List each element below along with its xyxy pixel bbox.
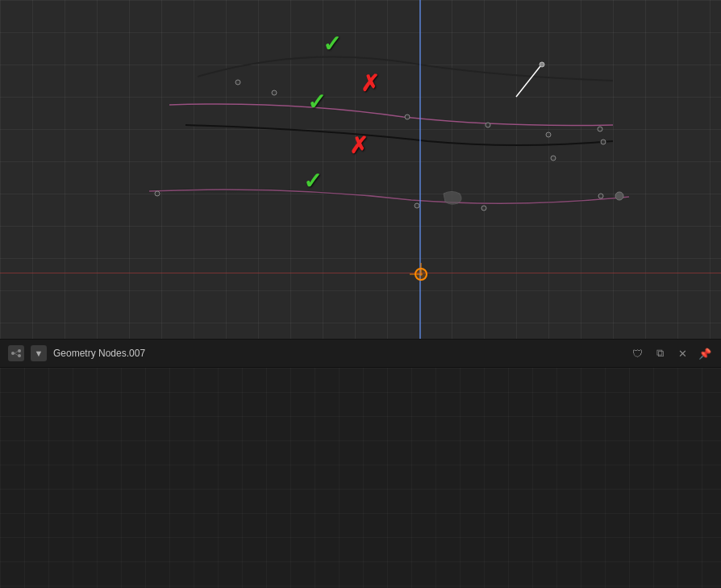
svg-point-2 xyxy=(272,90,277,95)
svg-point-5 xyxy=(546,132,551,137)
curves-visualization xyxy=(0,0,721,339)
origin-indicator xyxy=(415,268,427,281)
viewport: ✓ ✗ ✓ ✗ ✓ xyxy=(0,0,721,339)
svg-point-12 xyxy=(598,194,603,198)
node-editor-icon xyxy=(8,345,24,361)
svg-point-13 xyxy=(540,62,544,67)
copy-button[interactable]: ⧉ xyxy=(652,345,668,361)
svg-point-4 xyxy=(486,123,490,127)
svg-point-15 xyxy=(11,352,15,355)
svg-point-8 xyxy=(155,191,160,196)
horizontal-axis-line xyxy=(0,273,721,273)
svg-point-14 xyxy=(615,192,623,200)
svg-point-11 xyxy=(551,156,556,161)
node-editor-header: ▼ Geometry Nodes.007 🛡 ⧉ ✕ 📌 xyxy=(0,339,721,368)
checkmark-1: ✓ xyxy=(323,31,341,57)
checkmark-2: ✓ xyxy=(307,89,326,115)
close-button[interactable]: ✕ xyxy=(674,345,690,361)
crossmark-1: ✗ xyxy=(360,70,379,97)
shield-button[interactable]: 🛡 xyxy=(629,345,645,361)
svg-point-1 xyxy=(235,80,240,85)
svg-point-10 xyxy=(481,206,486,211)
svg-point-3 xyxy=(405,115,410,119)
svg-point-17 xyxy=(18,354,21,357)
svg-line-18 xyxy=(15,352,18,354)
crossmark-2: ✗ xyxy=(349,132,368,159)
render-icon[interactable]: ▼ xyxy=(31,345,47,361)
svg-point-7 xyxy=(601,140,606,144)
svg-point-16 xyxy=(18,349,21,352)
checkmark-3: ✓ xyxy=(303,168,322,194)
pin-button[interactable]: 📌 xyxy=(697,345,713,361)
svg-line-0 xyxy=(516,66,540,97)
node-editor: ▼ Group Input Geometry ▼ Curve to Points… xyxy=(0,368,721,588)
svg-point-6 xyxy=(598,127,602,131)
vertical-axis-line xyxy=(419,0,421,339)
svg-line-19 xyxy=(15,353,18,356)
header-title: Geometry Nodes.007 xyxy=(53,348,623,359)
